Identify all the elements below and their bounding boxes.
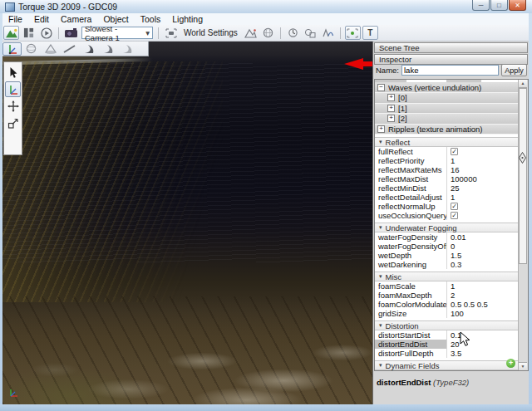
title-bar[interactable]: Torque 3D 2009 - GDC09 ─ □ ✕ xyxy=(0,0,532,13)
property-row-waterfogdensity[interactable]: waterFogDensity0.01 xyxy=(375,232,518,242)
group-row-2[interactable]: +[2] xyxy=(375,114,518,125)
apply-button[interactable]: Apply xyxy=(501,64,527,76)
axis-gizmo-button[interactable] xyxy=(2,42,22,56)
section-header-dynamic-fields[interactable]: ▾Dynamic Fields xyxy=(375,360,518,370)
add-field-button[interactable]: + xyxy=(506,359,515,368)
property-row-foamscale[interactable]: foamScale1 xyxy=(375,281,518,291)
property-value[interactable]: 100 xyxy=(447,309,518,318)
scale-tool-button[interactable] xyxy=(5,115,21,130)
property-row-distortfulldepth[interactable]: distortFullDepth3.5 xyxy=(375,349,518,358)
group-row-waves-vertice-undulation[interactable]: −Waves (vertice undulation) xyxy=(375,83,518,94)
line-tool-button[interactable] xyxy=(60,42,79,56)
name-input[interactable] xyxy=(401,65,499,76)
sphere-tool-button[interactable] xyxy=(22,42,41,56)
property-row-distortenddist[interactable]: distortEndDist20 xyxy=(375,340,518,349)
checkbox-checked[interactable]: ✓ xyxy=(451,148,458,155)
time-of-day-button[interactable] xyxy=(285,26,301,40)
property-value[interactable]: 1 xyxy=(447,156,518,165)
curve-tool-button-2[interactable] xyxy=(98,42,117,56)
expand-icon[interactable]: + xyxy=(387,94,395,101)
select-tool-button[interactable] xyxy=(5,65,21,81)
property-value[interactable]: 0.01 xyxy=(447,232,518,242)
property-value[interactable]: 25 xyxy=(447,183,518,193)
checkbox-checked[interactable]: ✓ xyxy=(451,212,458,219)
property-value[interactable]: ✓ xyxy=(447,211,518,220)
datablocks-button[interactable] xyxy=(320,26,336,40)
property-row-wetdepth[interactable]: wetDepth1.5 xyxy=(375,251,518,260)
terrain-button[interactable] xyxy=(243,26,259,40)
editors-button[interactable] xyxy=(21,26,37,40)
text-tool-button[interactable]: T xyxy=(362,26,378,40)
property-row-gridsize[interactable]: gridSize100 xyxy=(375,309,518,318)
play-button[interactable] xyxy=(38,26,54,40)
property-row-reflectnormalup[interactable]: reflectNormalUp✓ xyxy=(375,202,518,211)
move-tool-button[interactable] xyxy=(5,81,21,97)
shapes-button[interactable] xyxy=(303,26,318,40)
property-value[interactable]: 1 xyxy=(447,281,518,291)
scene-tree-header[interactable]: Scene Tree xyxy=(374,42,528,53)
world-globe-button[interactable] xyxy=(260,26,276,40)
property-value[interactable]: ✓ xyxy=(447,147,518,156)
section-header-distortion[interactable]: ▾Distortion xyxy=(375,320,518,330)
camera-frame-button[interactable] xyxy=(163,26,179,40)
property-row-reflectpriority[interactable]: reflectPriority1 xyxy=(375,156,518,165)
window-border-right[interactable] xyxy=(529,13,532,411)
snap-toggle-button[interactable] xyxy=(345,26,361,40)
window-border-bottom[interactable] xyxy=(0,404,532,411)
property-scrollbar[interactable]: ▲ ▼ xyxy=(518,80,528,370)
group-row-ripples-texture-animation[interactable]: +Ripples (texture animation) xyxy=(375,125,518,135)
collapse-icon[interactable]: − xyxy=(377,84,385,91)
property-row-foammaxdepth[interactable]: foamMaxDepth2 xyxy=(375,291,518,300)
minimize-button[interactable]: ─ xyxy=(472,0,490,11)
expand-icon[interactable]: + xyxy=(377,125,385,133)
property-value[interactable]: 0.5 0.5 0.5 xyxy=(447,300,518,309)
rotate-tool-button[interactable] xyxy=(5,98,21,114)
menu-file[interactable]: File xyxy=(2,13,28,25)
group-row-0[interactable]: +[0] xyxy=(375,93,518,104)
property-row-reflectmaxratems[interactable]: reflectMaxRateMs16 xyxy=(375,165,518,174)
property-value[interactable]: 3.5 xyxy=(447,349,518,358)
property-row-reflectdetailadjust[interactable]: reflectDetailAdjust1 xyxy=(375,193,518,202)
section-header-reflect[interactable]: ▾Reflect xyxy=(375,137,518,147)
section-header-misc[interactable]: ▾Misc xyxy=(375,272,518,281)
group-row-1[interactable]: +[1] xyxy=(375,104,518,115)
property-value[interactable]: ✓ xyxy=(447,202,518,211)
expand-icon[interactable]: + xyxy=(387,105,395,112)
property-row-wetdarkening[interactable]: wetDarkening0.3 xyxy=(375,260,518,269)
property-value[interactable]: 20 xyxy=(447,340,518,349)
property-value[interactable]: 1.5 xyxy=(447,251,518,260)
cone-tool-button[interactable] xyxy=(41,42,60,56)
curve-tool-button-3[interactable] xyxy=(117,42,136,56)
property-value[interactable]: 16 xyxy=(447,165,518,174)
checkbox-checked[interactable]: ✓ xyxy=(451,203,458,210)
world-settings-button[interactable]: World Settings xyxy=(180,28,242,37)
property-value[interactable]: 2 xyxy=(447,291,518,300)
scene-button[interactable] xyxy=(3,26,19,40)
close-button[interactable]: ✕ xyxy=(509,0,526,11)
menu-edit[interactable]: Edit xyxy=(28,13,55,25)
maximize-button[interactable]: □ xyxy=(490,0,508,11)
menu-lighting[interactable]: Lighting xyxy=(166,13,209,25)
property-row-useocclusionquery[interactable]: useOcclusionQuery✓ xyxy=(375,211,518,220)
scroll-thumb[interactable] xyxy=(519,88,527,264)
camera-select[interactable]: Slowest - Camera 1 ▾ xyxy=(81,27,153,39)
camera-button[interactable] xyxy=(63,26,79,40)
section-header-underwater-fogging[interactable]: ▾Underwater Fogging xyxy=(375,223,518,232)
property-row-waterfogdensityoffset[interactable]: waterFogDensityOffset0 xyxy=(375,242,518,251)
property-value[interactable]: 0.3 xyxy=(447,260,518,269)
property-value[interactable]: 1 xyxy=(447,193,518,202)
property-value[interactable]: 0 xyxy=(447,242,518,251)
viewport-3d[interactable] xyxy=(2,42,372,404)
property-row-reflectmindist[interactable]: reflectMinDist25 xyxy=(375,183,518,193)
scroll-up-arrow[interactable]: ▲ xyxy=(519,80,527,88)
property-row-distortstartdist[interactable]: distortStartDist0.1 xyxy=(375,330,518,340)
expand-icon[interactable]: + xyxy=(387,115,395,122)
property-row-reflectmaxdist[interactable]: reflectMaxDist100000 xyxy=(375,174,518,183)
curve-tool-button-1[interactable] xyxy=(79,42,98,56)
property-value[interactable]: 100000 xyxy=(447,174,518,183)
property-row-fullreflect[interactable]: fullReflect✓ xyxy=(375,147,518,156)
property-value[interactable]: 0.1 xyxy=(447,330,518,340)
globe-icon xyxy=(263,27,273,38)
property-row-foamcolormodulate[interactable]: foamColorModulate0.5 0.5 0.5 xyxy=(375,300,518,309)
scroll-down-arrow[interactable]: ▼ xyxy=(519,362,527,370)
